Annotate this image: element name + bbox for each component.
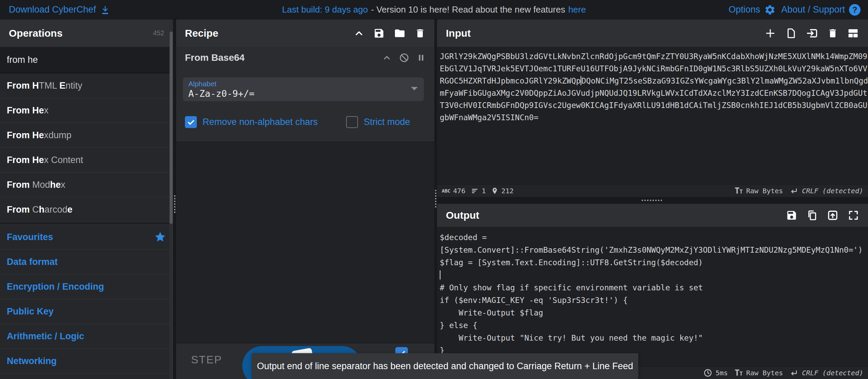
operation-label-text: xdump xyxy=(44,130,72,141)
alphabet-value: A-Za-z0-9+/= xyxy=(188,88,418,99)
save-recipe-icon[interactable] xyxy=(373,28,385,39)
match-highlight: h xyxy=(39,204,45,215)
next-category-row-partial xyxy=(0,374,173,379)
input-header: Input xyxy=(437,19,868,47)
load-recipe-folder-icon[interactable] xyxy=(394,28,406,39)
checkmark-icon xyxy=(187,118,195,127)
eol-return-icon xyxy=(790,187,798,195)
operation-list-item[interactable]: From Charcode xyxy=(0,197,173,222)
code-line: Write-Output $flag xyxy=(440,307,868,319)
category-separator xyxy=(0,222,173,225)
line-count-icon xyxy=(471,187,479,195)
reset-layout-icon[interactable] xyxy=(847,27,859,39)
code-line: } else { xyxy=(440,319,868,332)
category-label: Arithmetic / Logic xyxy=(7,331,84,342)
step-button[interactable]: STEP xyxy=(191,354,222,366)
code-line: EbGlZV1JqTVRJek5EVTJOemc1TURFeU16UTFObjA… xyxy=(440,62,868,75)
operation-label-text: C xyxy=(32,204,39,215)
collapse-chevron-icon[interactable] xyxy=(354,28,364,39)
operation-list-item[interactable]: From Hexdump xyxy=(0,123,173,148)
output-encoding-value: Raw Bytes xyxy=(746,369,783,377)
cursor-position-pin-icon xyxy=(491,187,498,195)
output-textarea[interactable]: $decoded =[System.Convert]::FromBase64St… xyxy=(437,227,868,366)
match-highlight: he xyxy=(50,180,61,190)
operation-collapse-chevron-icon[interactable] xyxy=(382,53,392,62)
category-item-data-format[interactable]: Data format xyxy=(0,250,173,274)
match-highlight: From He xyxy=(7,155,44,165)
recipe-drop-area[interactable] xyxy=(176,142,434,332)
category-label: Public Key xyxy=(7,306,54,317)
output-eol-selector[interactable]: CRLF (detected) xyxy=(790,369,863,377)
last-build-link[interactable]: Last build: 9 days ago xyxy=(282,4,368,15)
bake-time-value: 5ms xyxy=(716,369,728,377)
checkbox-strict-mode[interactable]: Strict mode xyxy=(346,116,410,128)
operation-search-input[interactable] xyxy=(0,47,173,73)
pane-resize-handle-right[interactable] xyxy=(434,19,437,379)
help-icon: ? xyxy=(849,4,861,16)
checkbox-unchecked[interactable] xyxy=(346,116,358,128)
eol-change-toast[interactable]: Output end of line separator has been de… xyxy=(252,353,638,379)
operation-label-text: TML xyxy=(39,80,60,91)
open-output-window-icon[interactable] xyxy=(827,209,839,221)
options-button[interactable]: Options xyxy=(729,4,776,16)
operation-label-text: arcod xyxy=(44,204,68,215)
category-item-public-key[interactable]: Public Key xyxy=(0,299,173,324)
favourites-star-icon[interactable] xyxy=(154,231,166,243)
code-line: T3V0cHV0ICRmbGFnDQp9IGVsc2Ugew0KICAgIFdy… xyxy=(440,99,868,111)
input-textarea[interactable]: JGRlY29kZWQgPSBbU3lzdGVtLkNvbnZlcnRdOjpG… xyxy=(437,47,868,184)
about-support-button[interactable]: About / Support ? xyxy=(781,4,861,16)
code-line: [System.Convert]::FromBase64String('Zmxh… xyxy=(440,244,868,256)
char-count-icon: ABC xyxy=(442,188,450,194)
category-label: Data format xyxy=(7,257,58,267)
cursor-position-value: 212 xyxy=(501,187,513,195)
match-highlight: From He xyxy=(7,130,44,141)
disable-operation-icon[interactable] xyxy=(399,53,409,63)
operations-scrollbar-thumb[interactable] xyxy=(170,32,173,224)
code-line: RGOC5HZXRTdHJpbmcoJGRlY29kZWQpDQoNCiMgT2… xyxy=(440,75,868,87)
input-encoding-selector[interactable]: TT Raw Bytes xyxy=(735,187,783,195)
announcement-here-link[interactable]: here xyxy=(568,4,586,15)
recipe-operation-from-base64[interactable]: From Base64 Alphabet A-Za-z0-9+/= xyxy=(176,47,434,142)
operation-name: From Base64 xyxy=(185,52,245,63)
operation-label-text: x xyxy=(44,105,49,116)
pane-resize-handle-left[interactable] xyxy=(173,19,176,379)
category-item-favourites[interactable]: Favourites xyxy=(0,225,173,250)
checkbox-label: Strict mode xyxy=(364,117,410,127)
code-line: Write-Output "Nice try! But you need the… xyxy=(440,332,868,344)
line-count-value: 1 xyxy=(482,187,486,195)
encoding-icon: TT xyxy=(735,187,743,195)
maximize-output-icon[interactable] xyxy=(848,210,859,221)
checkbox-remove-non-alphabet-chars[interactable]: Remove non-alphabet chars xyxy=(185,116,346,128)
category-item-arithmetic-logic[interactable]: Arithmetic / Logic xyxy=(0,324,173,349)
recipe-pane: Recipe From Base64 xyxy=(176,19,434,379)
drag-handle-icon xyxy=(642,200,663,201)
operation-list-item[interactable]: From Hex Content xyxy=(0,148,173,173)
output-encoding-selector[interactable]: TT Raw Bytes xyxy=(735,369,783,377)
category-item-encryption-encoding[interactable]: Encryption / Encoding xyxy=(0,274,173,299)
operation-list-item[interactable]: From Hex xyxy=(0,98,173,123)
open-file-icon[interactable] xyxy=(785,27,797,39)
operation-list-item[interactable]: From HTML Entity xyxy=(0,73,173,98)
clear-recipe-trash-icon[interactable] xyxy=(415,28,426,39)
announcement-text: - Version 10 is here! Read about the new… xyxy=(371,4,565,15)
breakpoint-pause-icon[interactable] xyxy=(417,53,426,62)
input-eol-selector[interactable]: CRLF (detected) xyxy=(790,187,863,195)
operation-arguments: Alphabet A-Za-z0-9+/= Remove non-alphabe… xyxy=(176,69,434,142)
match-highlight: From H xyxy=(7,80,39,91)
alphabet-select[interactable]: Alphabet A-Za-z0-9+/= xyxy=(183,77,424,101)
eol-return-icon xyxy=(790,369,798,377)
save-output-icon[interactable] xyxy=(786,210,797,221)
copy-output-icon[interactable] xyxy=(806,209,818,221)
category-item-networking[interactable]: Networking xyxy=(0,349,173,374)
add-input-tab-icon[interactable] xyxy=(764,27,776,39)
open-folder-input-icon[interactable] xyxy=(806,27,818,39)
char-count-stat: ABC 476 xyxy=(442,187,465,195)
operation-list-item[interactable]: From Modhex xyxy=(0,173,173,197)
operations-header: Operations 452 xyxy=(0,19,173,47)
code-line: $decoded = xyxy=(440,231,868,244)
output-title: Output xyxy=(446,210,479,221)
code-line: $flag = [System.Text.Encoding]::UTF8.Get… xyxy=(440,256,868,269)
checkbox-checked[interactable] xyxy=(185,116,197,128)
clear-io-trash-icon[interactable] xyxy=(827,27,838,39)
io-resize-handle[interactable] xyxy=(437,197,868,204)
